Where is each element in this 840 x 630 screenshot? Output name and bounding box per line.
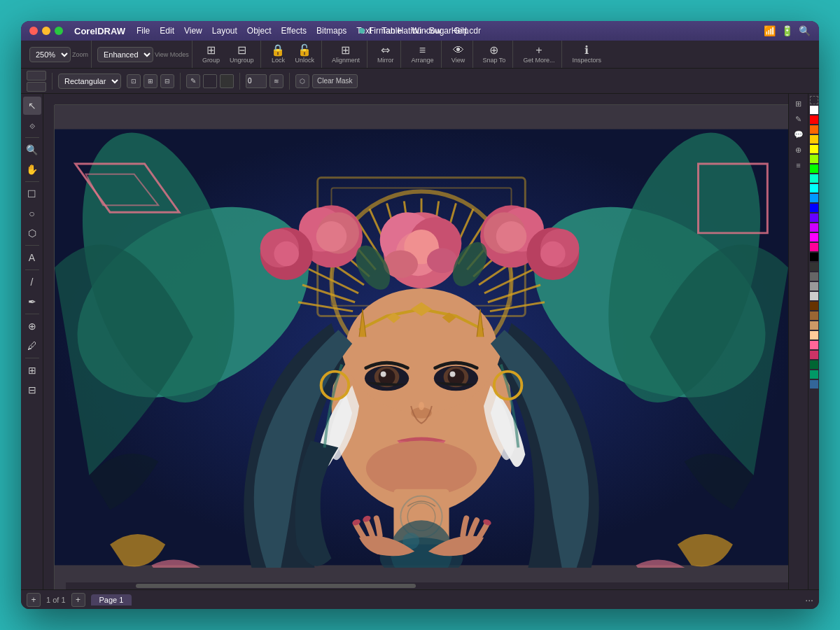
shape-btn-1[interactable]: ⊡ <box>127 74 141 88</box>
right-tool-4[interactable]: ⊕ <box>792 143 806 157</box>
more-options-button[interactable]: ··· <box>805 594 813 606</box>
zoom-select[interactable]: 250% 100% 150% 200% <box>29 47 71 62</box>
angle-input[interactable] <box>246 74 267 88</box>
get-more-button[interactable]: + Get More... <box>519 43 559 65</box>
color-swatch-pink[interactable] <box>810 243 818 251</box>
ungroup-icon: ⊟ <box>237 45 246 56</box>
close-button[interactable] <box>29 27 38 35</box>
blend-tool[interactable]: ⊟ <box>23 381 41 399</box>
y-coord[interactable]: 2 <box>27 82 46 92</box>
color-swatch-green[interactable] <box>810 164 818 173</box>
ellipse-tool[interactable]: ○ <box>23 204 41 223</box>
ungroup-button[interactable]: ⊟ Ungroup <box>225 43 258 65</box>
color-swatch-tan[interactable] <box>810 312 818 320</box>
color-swatch-teal[interactable] <box>810 174 818 183</box>
color-swatch-medgreen[interactable] <box>810 370 818 379</box>
color-swatch-violet[interactable] <box>810 214 818 222</box>
menu-effects[interactable]: Effects <box>277 24 311 37</box>
color-swatch-darkgray[interactable] <box>810 262 818 271</box>
search-icon[interactable]: 🔍 <box>799 25 811 36</box>
text-tool[interactable]: A <box>23 248 41 267</box>
clear-mask-btn[interactable]: Clear Mask <box>312 74 358 88</box>
view-button[interactable]: 👁 View <box>447 43 470 65</box>
snap-to-button[interactable]: ⊕ Snap To <box>479 43 510 65</box>
main-window: CorelDRAW File Edit View Layout Object E… <box>21 21 819 609</box>
outline-color[interactable] <box>203 74 217 88</box>
line-tool[interactable]: / <box>23 273 41 291</box>
right-tool-1[interactable]: ⊞ <box>792 97 806 111</box>
group-button[interactable]: ⊞ Group <box>198 43 224 65</box>
menu-object[interactable]: Object <box>243 24 276 37</box>
color-swatch-magenta[interactable] <box>810 233 818 241</box>
x-coord[interactable]: 2 <box>27 71 46 80</box>
shape-tool[interactable]: ⟐ <box>23 116 41 134</box>
color-swatch-medgray[interactable] <box>810 282 818 290</box>
color-swatch-purple[interactable] <box>810 223 818 232</box>
add-page-button[interactable]: + <box>27 593 41 607</box>
eyedropper-tool[interactable]: 🖊 <box>23 337 41 355</box>
right-tool-5[interactable]: ≡ <box>792 158 806 172</box>
color-swatch-brown[interactable] <box>810 302 818 310</box>
polygon-tool[interactable]: ⬡ <box>23 224 41 242</box>
color-swatch-darkgreen[interactable] <box>810 360 818 369</box>
scroll-thumb[interactable] <box>136 584 416 588</box>
color-swatch-yellow[interactable] <box>810 145 818 153</box>
interactive-tool[interactable]: ⊞ <box>23 361 41 379</box>
select-tool[interactable]: ↖ <box>23 97 41 115</box>
fill-color[interactable] <box>220 74 234 88</box>
right-tool-3[interactable]: 💬 <box>792 127 806 141</box>
pan-tool[interactable]: ✋ <box>23 160 41 178</box>
next-page-button[interactable]: + <box>71 593 85 607</box>
canvas-area[interactable]: // Will be done in template <box>43 94 788 589</box>
inspectors-button[interactable]: ℹ Inspectors <box>568 43 606 65</box>
page-name-tab[interactable]: Page 1 <box>91 594 132 606</box>
shape-btn-2[interactable]: ⊞ <box>144 74 158 88</box>
lock-icon: 🔒 <box>271 45 285 56</box>
color-swatch-lightgray[interactable] <box>810 292 818 300</box>
menu-view[interactable]: View <box>180 24 206 37</box>
color-swatch-gray[interactable] <box>810 272 818 281</box>
view-mode-select[interactable]: Enhanced Normal Draft <box>97 47 153 62</box>
canvas-scroll[interactable] <box>55 105 788 589</box>
menu-edit[interactable]: Edit <box>155 24 178 37</box>
color-swatch-black[interactable] <box>810 253 818 261</box>
no-color-swatch[interactable] <box>810 96 818 104</box>
color-swatch-sand[interactable] <box>810 321 818 330</box>
zoom-tool[interactable]: 🔍 <box>23 141 41 159</box>
ruler-horizontal: // Will be done in template <box>55 94 788 105</box>
pen-btn[interactable]: ✎ <box>186 74 200 88</box>
mirror-group: ⇔ Mirror <box>370 41 402 68</box>
shape-btn-3[interactable]: ⊟ <box>160 74 174 88</box>
feather-btn[interactable]: ≋ <box>270 74 284 88</box>
color-swatch-lime[interactable] <box>810 155 818 163</box>
color-swatch-cyan[interactable] <box>810 184 818 192</box>
color-swatch-blue[interactable] <box>810 204 818 212</box>
invert-btn[interactable]: ⬡ <box>295 74 309 88</box>
rectangle-tool[interactable]: ☐ <box>23 185 41 203</box>
color-swatch-rose[interactable] <box>810 351 818 359</box>
menu-layout[interactable]: Layout <box>208 24 241 37</box>
mirror-button[interactable]: ⇔ Mirror <box>373 43 398 65</box>
scrollbar-horizontal[interactable] <box>66 582 788 589</box>
menu-file[interactable]: File <box>132 24 154 37</box>
color-swatch-orange[interactable] <box>810 125 818 134</box>
menu-bitmaps[interactable]: Bitmaps <box>312 24 351 37</box>
color-swatch-red[interactable] <box>810 115 818 124</box>
ruler-vertical <box>43 105 55 589</box>
alignment-button[interactable]: ⊞ Alignment <box>328 43 364 65</box>
color-swatch-skyblue[interactable] <box>810 194 818 202</box>
color-swatch-white[interactable] <box>810 106 818 114</box>
unlock-button[interactable]: 🔓 Unlock <box>290 43 318 65</box>
color-swatch-peach[interactable] <box>810 331 818 340</box>
fill-tool[interactable]: ⊕ <box>23 317 41 335</box>
arrange-button[interactable]: ≡ Arrange <box>407 43 438 65</box>
maximize-button[interactable] <box>55 27 63 35</box>
pen-tool[interactable]: ✒ <box>23 293 41 311</box>
lock-button[interactable]: 🔒 Lock <box>267 43 289 65</box>
color-swatch-gold[interactable] <box>810 135 818 144</box>
right-tool-2[interactable]: ✎ <box>792 112 806 126</box>
color-swatch-steel[interactable] <box>810 380 818 388</box>
minimize-button[interactable] <box>42 27 50 35</box>
color-swatch-hotpink[interactable] <box>810 341 818 349</box>
shape-mode-select[interactable]: Rectangular Elliptical Custom <box>58 74 121 89</box>
